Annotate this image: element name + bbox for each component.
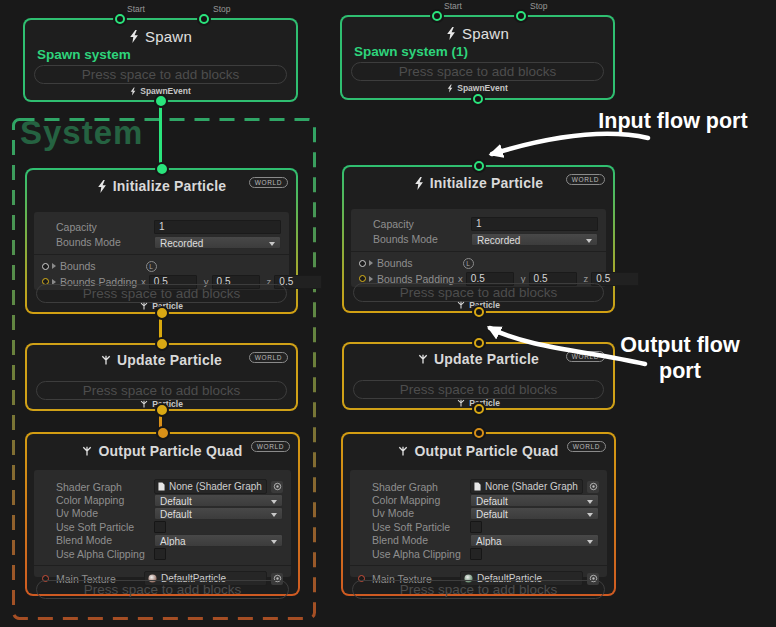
start-port-label: Start <box>127 4 145 14</box>
chevron-down-icon <box>587 540 593 544</box>
node-title: Initialize Particle <box>430 175 544 191</box>
spawn-stop-port[interactable] <box>199 14 209 24</box>
world-space-badge[interactable]: WORLD <box>249 177 288 188</box>
initialize-input-flow-port[interactable] <box>474 161 484 171</box>
spawn-start-port[interactable] <box>432 11 442 21</box>
world-space-badge[interactable]: WORLD <box>251 441 290 452</box>
shader-graph-object-field[interactable]: None (Shader Graph Vfx Asset) <box>154 479 267 494</box>
particle-icon <box>418 354 428 364</box>
chevron-down-icon <box>271 500 277 504</box>
chevron-down-icon <box>271 513 277 517</box>
update-input-flow-port[interactable] <box>157 339 167 349</box>
bounds-input-port[interactable] <box>42 263 49 270</box>
color-mapping-dropdown[interactable]: Default <box>470 494 599 507</box>
spawn-event-output-port[interactable] <box>156 96 166 106</box>
lightning-icon <box>97 180 107 193</box>
initialize-output-flow-port[interactable] <box>474 307 484 317</box>
bounds-padding-input-port[interactable] <box>359 275 366 282</box>
initialize-output-flow-port[interactable] <box>157 308 167 318</box>
output-particle-quad-node-1[interactable]: Output Particle Quad WORLD Shader Graph … <box>341 432 616 596</box>
use-alpha-clipping-checkbox[interactable] <box>154 548 166 560</box>
expand-arrow-icon[interactable] <box>369 260 373 266</box>
spawn-event-output-port[interactable] <box>473 94 483 104</box>
expand-arrow-icon[interactable] <box>369 276 373 282</box>
use-soft-particle-label: Use Soft Particle <box>56 521 154 533</box>
update-output-flow-port[interactable] <box>157 405 167 415</box>
start-port-label: Start <box>444 1 462 11</box>
vfx-graph-canvas[interactable]: System Start Stop Spawn Spawn system Pre… <box>0 0 776 627</box>
bounds-link-icon[interactable]: L <box>463 258 474 269</box>
node-title: Spawn <box>462 25 509 42</box>
uv-mode-dropdown[interactable]: Default <box>470 507 599 520</box>
add-blocks-placeholder[interactable]: Press space to add blocks <box>36 381 287 400</box>
add-blocks-placeholder[interactable]: Press space to add blocks <box>34 65 287 84</box>
bounds-mode-dropdown[interactable]: Recorded <box>154 236 281 249</box>
update-output-flow-port[interactable] <box>474 404 484 414</box>
chevron-down-icon <box>586 239 592 243</box>
output-flow-port-annotation: Output flow port <box>600 332 760 384</box>
bounds-mode-dropdown[interactable]: Recorded <box>471 233 598 246</box>
add-blocks-placeholder[interactable]: Press space to add blocks <box>353 380 604 399</box>
lightning-icon <box>414 177 424 190</box>
add-blocks-placeholder[interactable]: Press space to add blocks <box>351 62 604 81</box>
file-icon <box>158 482 165 491</box>
file-icon <box>474 482 481 491</box>
uv-mode-dropdown[interactable]: Default <box>154 507 283 520</box>
blend-mode-dropdown[interactable]: Alpha <box>154 534 283 547</box>
spawn-event-port-label: SpawnEvent <box>457 83 508 93</box>
use-soft-particle-checkbox[interactable] <box>470 521 482 533</box>
use-alpha-clipping-checkbox[interactable] <box>470 548 482 560</box>
divider <box>34 254 289 255</box>
expand-arrow-icon[interactable] <box>52 263 56 269</box>
spawn-start-port[interactable] <box>115 14 125 24</box>
particle-icon <box>101 355 111 365</box>
spawn-stop-port[interactable] <box>516 11 526 21</box>
add-blocks-placeholder[interactable]: Press space to add blocks <box>352 580 605 599</box>
initialize-input-flow-port[interactable] <box>157 164 167 174</box>
update-particle-node-1[interactable]: Update Particle WORLD Press space to add… <box>342 342 615 410</box>
object-picker-icon[interactable] <box>587 481 599 493</box>
output-particle-quad-node[interactable]: Output Particle Quad WORLD Shader Graph … <box>25 432 300 596</box>
spawn-node[interactable]: Start Stop Spawn Spawn system Press spac… <box>23 18 298 102</box>
lightning-icon <box>447 84 453 93</box>
output-input-flow-port[interactable] <box>474 428 484 438</box>
update-input-flow-port[interactable] <box>474 338 484 348</box>
use-alpha-clipping-label: Use Alpha Clipping <box>56 548 154 560</box>
settings-panel: Capacity 1 Bounds Mode Recorded Bounds L… <box>34 212 289 290</box>
stop-port-label: Stop <box>213 4 231 14</box>
update-particle-node[interactable]: Update Particle WORLD Press space to add… <box>25 343 298 411</box>
initialize-particle-node[interactable]: Initialize Particle WORLD Capacity 1 Bou… <box>25 168 298 314</box>
bounds-link-icon[interactable]: L <box>146 261 157 272</box>
system-group-label: System <box>20 114 143 152</box>
output-input-flow-port[interactable] <box>158 428 168 438</box>
shader-graph-object-field[interactable]: None (Shader Graph Vfx Asset) <box>470 479 583 494</box>
node-title: Update Particle <box>117 352 222 368</box>
add-blocks-placeholder[interactable]: Press space to add blocks <box>36 580 289 599</box>
color-mapping-dropdown[interactable]: Default <box>154 494 283 507</box>
capacity-field[interactable]: 1 <box>471 217 598 231</box>
blend-mode-dropdown[interactable]: Alpha <box>470 534 599 547</box>
bounds-input-port[interactable] <box>359 260 366 267</box>
bounds-mode-label: Bounds Mode <box>56 236 154 248</box>
input-flow-port-annotation: Input flow port <box>598 108 748 134</box>
initialize-particle-node-1[interactable]: Initialize Particle WORLD Capacity 1 Bou… <box>342 165 615 313</box>
spawn-node-1[interactable]: Start Stop Spawn Spawn system (1) Press … <box>340 15 615 100</box>
chevron-down-icon <box>269 242 275 246</box>
spawn-context-label: Spawn system (1) <box>354 44 468 59</box>
capacity-field[interactable]: 1 <box>154 220 281 234</box>
world-space-badge[interactable]: WORLD <box>567 441 606 452</box>
uv-mode-label: Uv Mode <box>372 507 470 519</box>
chevron-down-icon <box>271 540 277 544</box>
divider <box>34 565 291 566</box>
object-picker-icon[interactable] <box>271 481 283 493</box>
particle-icon <box>140 302 148 310</box>
edge-spawn-to-initialize[interactable] <box>159 100 162 170</box>
color-mapping-label: Color Mapping <box>372 494 470 506</box>
lightning-icon <box>130 87 136 96</box>
lightning-icon <box>446 27 456 40</box>
shader-graph-label: Shader Graph <box>56 481 154 493</box>
use-soft-particle-checkbox[interactable] <box>154 521 166 533</box>
world-space-badge[interactable]: WORLD <box>249 352 288 363</box>
world-space-badge[interactable]: WORLD <box>566 174 605 185</box>
chevron-down-icon <box>587 513 593 517</box>
